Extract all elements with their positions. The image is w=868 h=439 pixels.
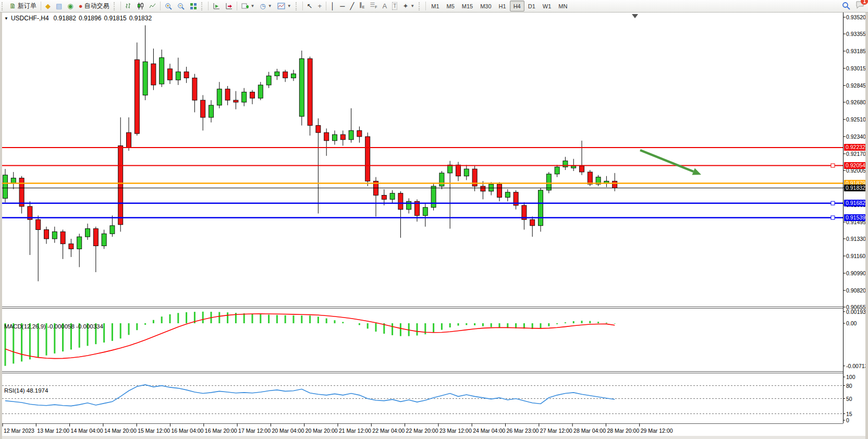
cursor-tool-button[interactable]: ↖ [304,1,315,11]
navigator-button[interactable]: ◉ [65,1,76,11]
candle [151,64,156,85]
candle [324,132,329,141]
candle [93,229,98,246]
candle [258,85,263,98]
text-icon: A [383,3,387,9]
channel-tool-button[interactable]: ∥E [357,1,367,11]
timeframe-d1-button[interactable]: D1 [524,1,539,11]
shapes-tool-button[interactable]: ✦▼ [400,1,417,11]
candle [431,186,436,208]
candle [242,92,247,102]
candle [250,92,255,99]
label-tool-button[interactable]: T [389,1,400,11]
candle [176,72,180,80]
candle [316,126,321,133]
auto-trading-icon: ● [79,3,83,9]
tile-windows-button[interactable] [187,1,200,11]
fibonacci-tool-button[interactable]: ☰F [367,1,380,11]
crosshair-tool-button[interactable]: + [315,1,325,11]
templates-button[interactable]: ▼ [275,1,294,11]
zoom-in-icon [165,3,172,10]
candle-chart-button[interactable] [135,1,146,11]
bar-chart-icon [125,3,132,9]
candle [588,172,592,184]
candle [143,62,148,95]
data-window-icon: ▤ [56,3,62,9]
bar-chart-button[interactable] [123,1,135,11]
timeframe-mn-button[interactable]: MN [555,1,571,11]
auto-trading-button[interactable]: ● 自动交易 [76,1,112,11]
timeframe-m15-button[interactable]: M15 [458,1,476,11]
horizontal-line-icon: ─ [340,3,345,9]
candle [439,173,444,186]
timeframe-m30-button[interactable]: M30 [476,1,495,11]
candle [192,78,197,100]
candle [497,184,502,197]
new-order-button[interactable]: 🗎 新订单 [7,1,39,11]
chart-shift-marker [632,14,638,18]
rsi-layer [2,385,843,414]
line-chart-icon [149,3,156,9]
zoom-out-button[interactable] [175,1,187,11]
chart-shift-button[interactable] [223,1,235,11]
auto-scroll-icon [213,3,220,9]
candle [299,59,304,117]
candle [382,196,386,200]
search-icon[interactable] [842,2,850,10]
candles-layer [3,26,617,282]
chart-shift-icon [225,3,233,9]
zoom-in-button[interactable] [162,1,175,11]
horizontal-line-tool-button[interactable]: ─ [337,1,347,11]
periods-button[interactable]: ◷ ▼ [257,1,274,11]
line-handle [831,216,835,219]
auto-scroll-button[interactable] [210,1,223,11]
chart-window[interactable]: ▼ USDCHF-,H4 0.91882 0.91896 0.91815 0.9… [0,13,868,439]
timeframe-group: M1M5M15M30H1H4D1W1MN [427,1,571,11]
line-chart-button[interactable] [146,1,158,11]
horizontal-lines-layer [2,148,843,219]
symbols-button[interactable]: ◆ [43,1,53,11]
data-window-button[interactable]: ▤ [53,1,65,11]
candle [209,105,214,117]
macd-layer [5,312,615,366]
timeframe-m5-button[interactable]: M5 [443,1,458,11]
chat-button[interactable]: 1 [855,1,865,10]
chart-canvas[interactable] [0,13,868,439]
candle [423,208,427,216]
rsi-line [5,385,615,406]
vertical-line-tool-button[interactable]: │ [328,1,337,11]
candle [19,178,24,206]
candle [110,226,115,234]
timeframe-h4-button[interactable]: H4 [510,1,524,11]
candle [85,229,90,237]
dropdown-arrow-icon: ▼ [287,4,291,8]
timeframe-m1-button[interactable]: M1 [427,1,443,11]
candle [571,166,576,168]
candle [539,190,543,226]
toolbar-grip [2,2,5,10]
candle [333,135,337,141]
trendline-icon: ╱ [350,3,354,9]
label-icon: T [392,2,397,10]
candle [530,219,535,226]
candle [60,231,65,243]
timeframe-h1-button[interactable]: H1 [495,1,510,11]
text-tool-button[interactable]: A [380,1,390,11]
candle [580,166,584,172]
candle [225,89,230,100]
candle [266,76,271,85]
dropdown-arrow-icon: ▼ [268,4,272,8]
crosshair-icon: + [318,3,322,9]
timeframe-w1-button[interactable]: W1 [539,1,555,11]
trendline-tool-button[interactable]: ╱ [347,1,357,11]
trend-arrow[interactable] [640,150,701,175]
candle [102,234,106,246]
channel-icon: ∥E [359,2,364,10]
tile-windows-icon [190,3,197,10]
add-indicator-button[interactable]: ▼ [239,1,258,11]
candle [3,175,8,199]
candle [77,237,82,249]
candle [135,60,139,134]
templates-icon [277,3,285,9]
candle [456,165,461,176]
